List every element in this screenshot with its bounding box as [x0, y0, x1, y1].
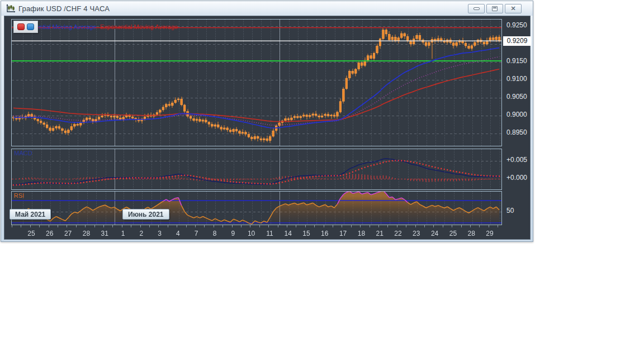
chart-window: График USD /CHF 4 ЧАСА ✕ Exponential Mov… — [1, 1, 533, 242]
maximize-icon — [492, 6, 498, 11]
date-tick-label: 1 — [121, 230, 125, 237]
month-tooltip-may: Май 2021 — [10, 209, 51, 220]
window-title: График USD /CHF 4 ЧАСА — [18, 4, 110, 13]
date-tick-label: 25 — [449, 230, 457, 237]
rsi-canvas[interactable] — [12, 192, 501, 225]
macd-tick-label: +0.000 — [506, 174, 527, 182]
date-tick-label: 14 — [285, 230, 292, 237]
macd-canvas[interactable] — [12, 149, 501, 189]
chart-app-icon — [6, 4, 16, 13]
window-titlebar[interactable]: График USD /CHF 4 ЧАСА ✕ — [1, 1, 533, 16]
date-tick-label: 18 — [358, 230, 365, 237]
rsi-tick-label: 50 — [506, 207, 514, 215]
date-tick-label: 4 — [176, 230, 180, 237]
price-chart-canvas[interactable] — [12, 20, 501, 146]
date-tick-label: 29 — [486, 230, 493, 237]
window-controls: ✕ — [468, 4, 529, 13]
current-price-label: 0.9209 — [503, 36, 531, 46]
maximize-button[interactable] — [486, 4, 503, 13]
macd-panel: MACD — [11, 149, 502, 190]
date-tick-label: 31 — [101, 230, 108, 237]
date-tick-label: 23 — [413, 230, 420, 237]
date-tick-label: 28 — [83, 230, 90, 237]
rsi-panel: RSI — [11, 191, 502, 225]
price-tick-label: 0.9250 — [506, 21, 527, 29]
price-tick-label: 0.9100 — [506, 75, 527, 83]
red-square-button[interactable] — [17, 23, 25, 30]
date-tick-label: 7 — [195, 230, 198, 237]
date-tick-label: 24 — [431, 230, 438, 237]
close-icon: ✕ — [510, 6, 515, 12]
close-button[interactable]: ✕ — [505, 4, 522, 13]
date-tick-label: 21 — [376, 230, 383, 237]
date-tick-label: 15 — [302, 230, 310, 237]
date-tick-label: 17 — [339, 230, 347, 237]
month-tooltip-june: Июнь 2021 — [122, 209, 169, 220]
date-tick-label: 16 — [321, 230, 328, 237]
date-tick-label: 25 — [27, 230, 35, 237]
blue-square-button[interactable] — [27, 23, 34, 30]
price-tick-label: 0.9150 — [506, 57, 527, 65]
date-tick-label: 10 — [248, 230, 255, 237]
date-tick-label: 3 — [158, 230, 162, 237]
date-tick-label: 22 — [394, 230, 401, 237]
minimize-icon — [473, 7, 480, 10]
date-tick-label: 26 — [46, 230, 53, 237]
price-tick-label: 0.8950 — [506, 128, 527, 136]
date-tick-label: 9 — [231, 230, 235, 237]
date-tick-label: 28 — [468, 230, 475, 237]
chart-mini-toolbar — [13, 21, 38, 33]
macd-tick-label: +0.005 — [506, 156, 527, 164]
chart-client-area: Exponential Moving AverageExponential Mo… — [4, 16, 531, 240]
main-price-panel: Exponential Moving AverageExponential Mo… — [11, 19, 502, 146]
price-tick-label: 0.9050 — [506, 93, 527, 101]
price-tick-label: 0.9000 — [506, 111, 527, 118]
date-tick-label: 2 — [139, 230, 143, 237]
date-tick-label: 8 — [213, 230, 217, 237]
minimize-button[interactable] — [468, 4, 485, 13]
date-tick-label: 27 — [64, 230, 72, 237]
date-tick-label: 11 — [266, 230, 273, 237]
date-axis-ticks — [12, 225, 501, 227]
